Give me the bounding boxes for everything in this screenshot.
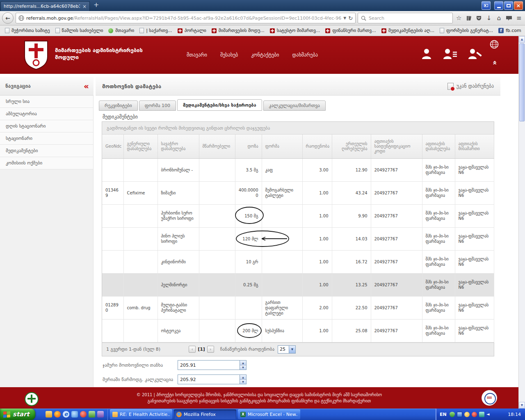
tray-app-icon[interactable] (479, 412, 484, 417)
quick-launch-firefox-icon[interactable] (54, 411, 61, 418)
quick-launch-icon-1[interactable] (46, 411, 52, 418)
sidebar-item[interactable]: სტაციონარი (0, 132, 93, 145)
column-header[interactable]: რაოდენობა (302, 135, 332, 158)
table-row[interactable]: პინო პლიუს სიროფი120 მლ1.0014.0320492776… (102, 227, 494, 250)
page-size-select[interactable]: 25 ▼ (278, 345, 296, 354)
tray-volume-icon[interactable]: ◄ (486, 412, 490, 417)
bookmark-item[interactable]: მთავარი (106, 27, 137, 34)
spinner-up-icon[interactable]: ▲ (240, 361, 246, 365)
tray-messenger-icon[interactable] (472, 412, 477, 417)
bookmark-item[interactable]: სატესტო მიმართვ... (267, 27, 323, 34)
search-bar[interactable]: Search (358, 13, 453, 23)
total-amount-input[interactable]: 205.91▲▼ (178, 360, 247, 370)
total-amount-input[interactable]: 205.92▲▼ (178, 374, 247, 384)
bookmark-item[interactable]: ფორმების გენერატ... (437, 27, 495, 34)
column-header[interactable]: გენერიული დასახელება (123, 135, 158, 158)
bookmark-item[interactable]: მეჭორბთა სამიტე (2, 27, 52, 34)
language-indicator[interactable]: EN (440, 412, 447, 417)
start-button[interactable]: start (0, 409, 35, 420)
quick-launch-ie-icon[interactable] (63, 411, 69, 418)
sidebar-item[interactable]: დღის სტაციონარი (0, 120, 93, 132)
home-icon[interactable]: ⌂ (495, 13, 503, 24)
user-list-icon[interactable] (443, 48, 457, 59)
column-header[interactable]: დოზა (235, 135, 262, 158)
tab-item[interactable]: კალკულაცია/მიმართვა (263, 100, 326, 111)
tab-item[interactable]: რეკვიზიტები (99, 100, 138, 111)
column-header[interactable]: აფთიაქის საიდენტიფიკაციო კოდი (371, 135, 422, 158)
table-row[interactable]: კინდინორმი10 გრ1.0016.72204927767შპს ჯი-… (102, 250, 494, 273)
bookmark-item[interactable]: პორტალი (175, 27, 209, 34)
user-edit-icon[interactable] (468, 48, 482, 59)
table-row[interactable]: ჰელმინორტი0.25 მგ1.0013.25204927767შპს ჯ… (102, 273, 494, 296)
spinner[interactable]: ▲▼ (240, 361, 246, 370)
taskbar-clock[interactable]: 18:14 (508, 412, 521, 417)
site-nav-item[interactable]: მთავარი (187, 52, 207, 58)
tab-item[interactable]: ფორმა 100 (139, 100, 176, 111)
minimize-button[interactable] (494, 1, 503, 10)
bookmark-item[interactable]: მედიკამენტების აღ... (379, 27, 437, 34)
language-globe-icon[interactable] (490, 40, 499, 49)
downloads-icon[interactable]: ↓ (485, 13, 493, 24)
column-header[interactable]: ფორმა (262, 135, 302, 158)
table-row[interactable]: ბრონხომუნალ -3.5 მგკაფ3.0012.90204927767… (102, 158, 494, 181)
tab-overview-button[interactable] (482, 1, 491, 10)
column-header[interactable]: GeoNdc (102, 135, 123, 158)
bookmark-star-icon[interactable]: ☆ (455, 13, 463, 24)
scrollbar-down-icon[interactable]: ▼ (519, 402, 525, 409)
back-button[interactable]: ← (2, 12, 14, 24)
quick-launch-icon-6[interactable] (89, 411, 95, 418)
tab-close-icon[interactable]: × (82, 4, 87, 9)
bookmark-item[interactable]: მიმართვების მოდუ... (209, 27, 267, 34)
bookmark-item[interactable]: | საქართვ... (137, 27, 174, 34)
url-bar[interactable]: referrals.moh.gov.ge/ReferralsHall/Pages… (16, 13, 356, 23)
restore-button[interactable] (504, 1, 513, 10)
spinner-down-icon[interactable]: ▼ (240, 365, 246, 370)
quick-launch-icon-7[interactable] (97, 411, 104, 418)
column-header[interactable]: მწარმოებელი (199, 135, 235, 158)
browser-tab[interactable]: http://referrals...6cb-a64c6078eb1a × (0, 1, 90, 11)
new-tab-button[interactable]: + (90, 0, 103, 11)
table-row[interactable]: 013469Cefiximeზიმაქსი400.00000შემოგარსულ… (102, 181, 494, 204)
sidebar-item[interactable]: ამბულატორია (0, 108, 93, 120)
scrollbar-thumb[interactable] (519, 43, 525, 121)
tab-active[interactable]: მედიკამენტები/სხვა საჭიროება (177, 99, 262, 111)
site-identity-globe-icon[interactable] (18, 15, 24, 21)
spinner-up-icon[interactable]: ▲ (240, 375, 246, 380)
table-row[interactable]: ჰერბიონი სურო უშაქრო სიროფი150 მგ1.009.9… (102, 204, 494, 227)
task-button[interactable]: RE: E Health Activitie... (110, 409, 172, 419)
site-nav-item[interactable]: შესახებ (220, 52, 238, 58)
page-size-dropdown-icon[interactable]: ▼ (289, 346, 295, 353)
pocket-icon[interactable] (475, 13, 483, 24)
pager-next-button[interactable]: › (207, 346, 214, 353)
library-icon[interactable] (465, 13, 473, 24)
column-header[interactable]: აფთიაქის დასახელება (422, 135, 455, 158)
reload-icon[interactable]: ↻ (348, 15, 353, 21)
site-nav-item[interactable]: დახმარება (292, 52, 318, 58)
pager-current-page[interactable]: [1] (198, 347, 205, 352)
chat-icon[interactable] (505, 13, 513, 24)
tray-network-icon[interactable] (457, 412, 462, 417)
bookmark-item[interactable]: ფინანსური მართვ... (323, 27, 378, 34)
table-row[interactable]: ოსტეოკეა200 მლსუსპენზია1.0025.0820492776… (102, 319, 494, 342)
tray-update-icon[interactable] (464, 412, 470, 417)
column-header[interactable]: აფთიაქის მისამართი (455, 135, 494, 158)
bookmark-item[interactable]: წამლის საძიებელი (53, 27, 106, 34)
spinner-down-icon[interactable]: ▼ (240, 380, 246, 384)
sidebar-item[interactable]: კომისიის ოქმები (0, 157, 93, 169)
back-to-list-link[interactable]: უკან დაბრუნება (447, 83, 494, 90)
sidebar-item[interactable]: სრული სია (0, 96, 93, 108)
sidebar-item[interactable]: მედიკამენტები (0, 145, 93, 157)
column-header[interactable]: ერთეულის ღირებულება (332, 135, 371, 158)
task-button[interactable]: Microsoft Excel - New... (238, 409, 300, 419)
column-header[interactable]: სავაჭრო დასახელება (158, 135, 199, 158)
page-scrollbar[interactable]: ▲ ▼ (518, 36, 525, 409)
close-button[interactable]: × (514, 1, 523, 10)
table-row[interactable]: 012890comb. drugმულტი-ტაბსი პერინატალიგა… (102, 296, 494, 319)
task-button[interactable]: Mozilla Firefox (174, 409, 236, 419)
quick-launch-icon-5[interactable] (80, 411, 87, 418)
pager-prev-button[interactable]: ‹ (189, 346, 196, 353)
site-nav-item[interactable]: კონტაქტები (251, 52, 279, 58)
spinner[interactable]: ▲▼ (240, 375, 246, 384)
scrollbar-up-icon[interactable]: ▲ (519, 36, 525, 43)
scroll-top-chevron-icon[interactable]: « (491, 61, 500, 64)
